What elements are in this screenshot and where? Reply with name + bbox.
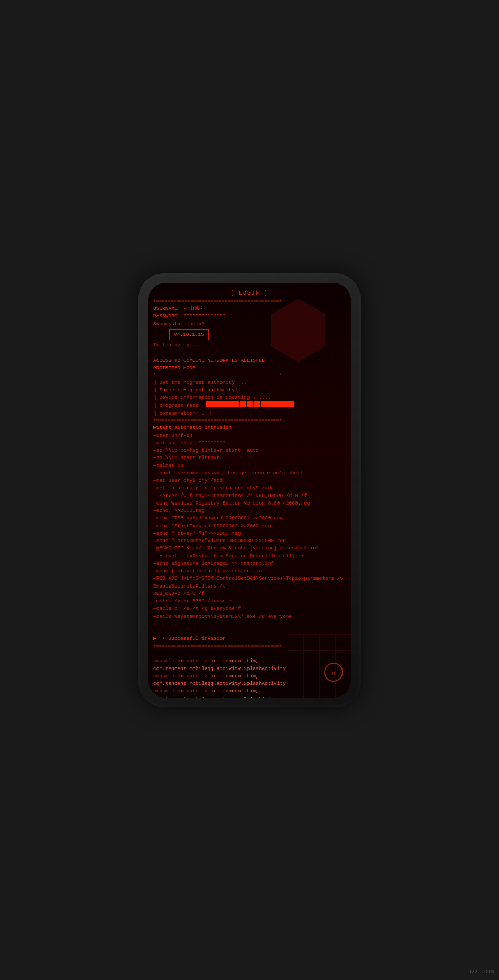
cmd-7: —net user chy$ chy /add xyxy=(153,477,346,484)
box-item-4: ‖ consummation... ！ xyxy=(153,410,346,417)
box-item-2: ‖ Device information is updating ...... xyxy=(153,394,346,401)
separator-mid2: +=======================================… xyxy=(153,417,346,425)
cmd-23: —cacls %systemroot%\system32\*.exe /d ev… xyxy=(153,613,346,620)
console-2: console.execute -> com.tencent.tim, xyxy=(153,673,346,680)
cmd-13: —echo "Start"=dword:00000002 >>2000.reg xyxy=(153,523,346,530)
access-line2: PROTECTED MODE xyxy=(153,364,346,372)
cmd-3: —sc \\ip config tlntsvr start= auto xyxy=(153,447,346,454)
cmd-8: —net localgroup administrators chy$ /add xyxy=(153,484,346,492)
watermark: uzzf.com xyxy=(468,969,494,975)
cmd-12: —echo "TSEnabled"=dword:00000001 >>2000.… xyxy=(153,515,346,522)
console-3b: com.tencent.mobileqq.activity.SplashActi… xyxy=(153,695,346,698)
cmd-6: —input username passwd，thus get remote p… xyxy=(153,470,346,477)
cmd-14: —echo "Hotkey"="1" >>2000.reg xyxy=(153,530,346,537)
cmd-19: —echo [defaultinstall] >> restart.inf xyxy=(153,567,346,575)
separator-bottom: +=======================================… xyxy=(153,643,346,651)
intrusion-header: ▶Start automatic intrusion xyxy=(153,424,346,432)
initializing: Initializing.... xyxy=(153,342,346,349)
cmd-20b: REG_DWORD /d 0 /f xyxy=(153,590,346,598)
cmd-20: —REG ADD HKLM:SYSTEM:ControlSet001\Servi… xyxy=(153,575,346,590)
invasion-success: ▶ • Successful invasion! xyxy=(153,635,346,643)
login-header: [ LOGIN ] xyxy=(153,289,346,297)
cmd-dots: ........ xyxy=(153,620,346,628)
cmd-10: —echo Windows Registry Editor Version 5.… xyxy=(153,500,346,507)
terminal-text: [ LOGIN ] +=============================… xyxy=(153,289,346,698)
password-line: PASSWORD: ************** xyxy=(153,313,346,320)
cmd-22: —cacls c: /e /t /g everyone:f xyxy=(153,605,346,612)
screen: [ LOGIN ] +=============================… xyxy=(148,283,351,698)
phone-frame: [ LOGIN ] +=============================… xyxy=(138,273,361,707)
login-success: Successful login! xyxy=(153,320,346,328)
cmd-4: —sc \\ip start tlntsvr xyxy=(153,454,346,462)
phone-screen: [ LOGIN ] +=============================… xyxy=(148,283,351,698)
console-1b: com.tencent.mobileqq.activity.SplashActi… xyxy=(153,665,346,673)
box-item-0: ‖ Get the highest authority .... xyxy=(153,379,346,387)
box-item-3: ‖ progress rate xyxy=(153,401,346,409)
cmd-18: —echo signature=$chicago$ >> restart.inf xyxy=(153,560,346,567)
cmd-15: —echo "PortNumber"=dword:00000D3D >>2000… xyxy=(153,537,346,545)
cmd-9: —'Server /v fDenyTSConnections /t REG_DW… xyxy=(153,492,346,500)
version-box: V4.10.1.15 xyxy=(169,329,209,340)
console-2b: com.tencent.mobileqq.activity.SplashActi… xyxy=(153,680,346,688)
cmd-16: —@ECHO OFF & cd/d %temp% & echo [version… xyxy=(153,545,346,552)
separator-mid: +=======================================… xyxy=(153,372,346,379)
progress-bar xyxy=(206,401,294,407)
access-line1: ACCESS TO COMBINE NETWORK ESTABLISHED xyxy=(153,357,346,364)
cmd-1: —user:047f-94 xyxy=(153,432,346,439)
cmd-5: —telnet ip xyxy=(153,462,346,470)
box-item-1: ‖ Success Highest authority! xyxy=(153,387,346,394)
cmd-11: —echo. >>2000.reg xyxy=(153,507,346,515)
console-3: console.execute -> com.tencent.tim, xyxy=(153,688,346,695)
separator-top: +=======================================… xyxy=(153,298,346,306)
console-1: console.execute -> com.tencent.tim, xyxy=(153,657,346,665)
terminal-content[interactable]: [ LOGIN ] +=============================… xyxy=(148,283,351,698)
cmd-17: • (set inf=InstallHinfSection DefaultIns… xyxy=(153,553,346,560)
cmd-2: —net use \\ip :********* xyxy=(153,439,346,447)
username-line: USERNAME: · 山海· xyxy=(153,305,346,313)
cmd-21: —mstsc /v:ip:3389 /console xyxy=(153,598,346,605)
